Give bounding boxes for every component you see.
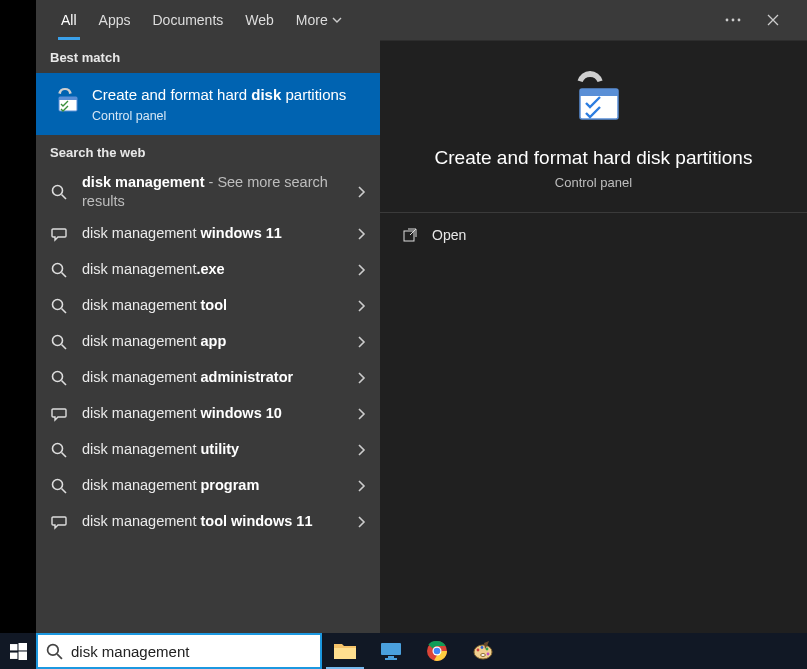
search-input[interactable] xyxy=(71,643,312,660)
web-result-text: disk management app xyxy=(82,332,342,350)
svg-rect-18 xyxy=(18,651,27,660)
web-result[interactable]: disk management.exe xyxy=(36,252,380,288)
chevron-right-icon[interactable] xyxy=(356,335,366,349)
svg-point-32 xyxy=(481,654,486,657)
folder-icon xyxy=(333,641,357,661)
svg-point-26 xyxy=(434,648,441,655)
svg-rect-23 xyxy=(385,658,397,660)
svg-point-11 xyxy=(53,479,63,489)
tab-documents[interactable]: Documents xyxy=(141,0,234,40)
chevron-down-icon xyxy=(332,15,342,25)
task-chrome[interactable] xyxy=(414,633,460,669)
svg-point-8 xyxy=(53,335,63,345)
best-match-title: Create and format hard disk partitions xyxy=(92,85,366,105)
tab-bar: All Apps Documents Web More xyxy=(36,0,807,40)
paint-icon xyxy=(472,640,494,662)
svg-point-6 xyxy=(53,263,63,273)
tab-all[interactable]: All xyxy=(50,0,88,40)
preview-pane: Create and format hard disk partitions C… xyxy=(380,40,807,633)
tab-apps[interactable]: Apps xyxy=(88,0,142,40)
svg-point-30 xyxy=(486,648,489,651)
chat-icon xyxy=(50,226,68,242)
ellipsis-icon xyxy=(725,18,741,22)
search-web-header: Search the web xyxy=(36,135,380,168)
search-panel: All Apps Documents Web More Best match xyxy=(36,0,807,633)
web-result-text: disk management - See more search result… xyxy=(82,173,342,209)
web-result[interactable]: disk management windows 11 xyxy=(36,216,380,252)
search-icon xyxy=(50,370,68,386)
chevron-right-icon[interactable] xyxy=(356,515,366,529)
chevron-right-icon[interactable] xyxy=(356,443,366,457)
preview-title: Create and format hard disk partitions xyxy=(400,147,787,169)
web-result[interactable]: disk management program xyxy=(36,468,380,504)
svg-point-19 xyxy=(48,644,59,655)
taskbar-search[interactable] xyxy=(36,633,322,669)
search-icon xyxy=(50,298,68,314)
search-icon xyxy=(50,442,68,458)
more-options-button[interactable] xyxy=(713,18,753,22)
svg-point-28 xyxy=(477,649,480,652)
web-result[interactable]: disk management app xyxy=(36,324,380,360)
chevron-right-icon[interactable] xyxy=(356,407,366,421)
close-icon xyxy=(767,14,779,26)
tab-more[interactable]: More xyxy=(285,0,353,40)
open-action[interactable]: Open xyxy=(380,213,807,257)
best-match-subtitle: Control panel xyxy=(92,109,366,123)
start-button[interactable] xyxy=(0,633,36,669)
chevron-right-icon[interactable] xyxy=(356,479,366,493)
web-result-text: disk management windows 10 xyxy=(82,404,342,422)
web-result[interactable]: disk management tool windows 11 xyxy=(36,504,380,540)
results-list: Best match Create and format xyxy=(36,40,380,633)
chevron-right-icon[interactable] xyxy=(356,185,366,199)
open-label: Open xyxy=(432,227,466,243)
best-match-result[interactable]: Create and format hard disk partitions C… xyxy=(36,73,380,135)
svg-point-0 xyxy=(726,18,729,21)
svg-rect-21 xyxy=(381,643,401,655)
svg-point-9 xyxy=(53,371,63,381)
windows-icon xyxy=(10,643,27,660)
chevron-right-icon[interactable] xyxy=(356,227,366,241)
web-result-text: disk management tool windows 11 xyxy=(82,512,342,530)
monitor-icon xyxy=(379,641,403,661)
svg-point-29 xyxy=(481,646,484,649)
svg-point-1 xyxy=(732,18,735,21)
preview-subtitle: Control panel xyxy=(400,175,787,190)
web-result-text: disk management program xyxy=(82,476,342,494)
chrome-icon xyxy=(426,640,448,662)
chat-icon xyxy=(50,514,68,530)
svg-rect-15 xyxy=(10,644,17,650)
task-explorer[interactable] xyxy=(322,633,368,669)
svg-point-31 xyxy=(487,653,490,656)
web-result-text: disk management administrator xyxy=(82,368,342,386)
best-match-header: Best match xyxy=(36,40,380,73)
svg-point-7 xyxy=(53,299,63,309)
svg-point-2 xyxy=(738,18,741,21)
chevron-right-icon[interactable] xyxy=(356,263,366,277)
web-result-text: disk management tool xyxy=(82,296,342,314)
svg-rect-16 xyxy=(18,643,27,650)
chevron-right-icon[interactable] xyxy=(356,371,366,385)
control-panel-icon xyxy=(50,85,80,115)
web-result[interactable]: disk management windows 10 xyxy=(36,396,380,432)
search-icon xyxy=(50,478,68,494)
taskbar xyxy=(0,633,807,669)
open-icon xyxy=(402,227,418,243)
web-result-text: disk management.exe xyxy=(82,260,342,278)
svg-point-10 xyxy=(53,443,63,453)
chevron-right-icon[interactable] xyxy=(356,299,366,313)
svg-rect-4 xyxy=(59,97,77,100)
search-icon xyxy=(46,643,63,660)
web-result[interactable]: disk management tool xyxy=(36,288,380,324)
tab-web[interactable]: Web xyxy=(234,0,285,40)
chat-icon xyxy=(50,406,68,422)
preview-app-icon xyxy=(562,69,626,127)
web-result[interactable]: disk management administrator xyxy=(36,360,380,396)
close-button[interactable] xyxy=(753,14,793,26)
search-icon xyxy=(50,334,68,350)
task-paint[interactable] xyxy=(460,633,506,669)
task-monitor[interactable] xyxy=(368,633,414,669)
svg-rect-22 xyxy=(388,656,394,658)
web-result[interactable]: disk management - See more search result… xyxy=(36,168,380,216)
web-result[interactable]: disk management utility xyxy=(36,432,380,468)
web-result-text: disk management utility xyxy=(82,440,342,458)
